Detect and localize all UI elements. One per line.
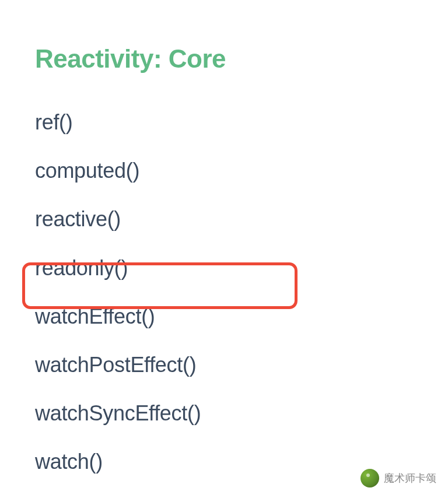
api-item-watchsynceffect[interactable]: watchSyncEffect() (35, 398, 413, 428)
api-item-watchposteffect[interactable]: watchPostEffect() (35, 350, 413, 380)
api-item-ref[interactable]: ref() (35, 107, 413, 137)
api-item-computed[interactable]: computed() (35, 156, 413, 185)
api-item-readonly[interactable]: readonly() (35, 253, 413, 283)
api-item-watch[interactable]: watch() (35, 447, 413, 476)
watermark-avatar-icon (360, 469, 379, 488)
api-item-reactive[interactable]: reactive() (35, 204, 413, 234)
content-container: Reactivity: Core ref() computed() reacti… (0, 0, 448, 477)
section-heading[interactable]: Reactivity: Core (35, 44, 413, 73)
api-item-watcheffect[interactable]: watchEffect() (35, 301, 413, 331)
api-list: ref() computed() reactive() readonly() w… (35, 107, 413, 477)
watermark: 魔术师卡颂 (360, 469, 436, 488)
watermark-label: 魔术师卡颂 (384, 471, 436, 485)
